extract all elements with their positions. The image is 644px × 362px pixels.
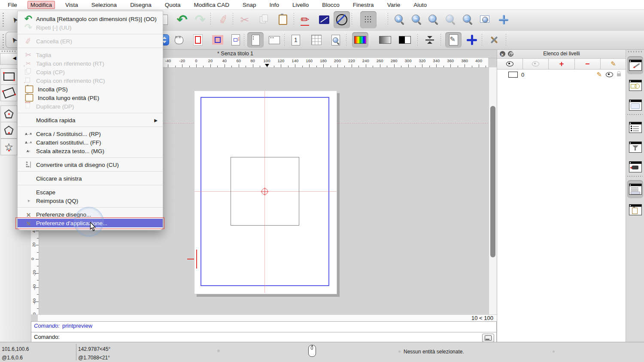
- layer-row[interactable]: 0 ✎: [497, 69, 626, 80]
- layer-visibility-icon[interactable]: [606, 72, 613, 77]
- zoom-selection-button[interactable]: [443, 11, 459, 28]
- hide-all-layers-button[interactable]: [523, 59, 549, 69]
- toolbar-drag-handle[interactable]: [3, 34, 4, 48]
- dock-toggle-shapes-widget[interactable]: [627, 76, 643, 94]
- zoom-window-button[interactable]: [477, 11, 494, 28]
- menubar-item-seleziona[interactable]: Seleziona: [89, 1, 119, 9]
- layer-edit-icon[interactable]: ✎: [596, 71, 602, 78]
- layer-lock-icon[interactable]: [617, 73, 621, 76]
- pan-page-button[interactable]: [171, 32, 187, 48]
- zoom-pan-button[interactable]: [495, 11, 512, 28]
- menu-item-taglia[interactable]: Taglia: [18, 51, 163, 59]
- page-setup-button[interactable]: [445, 32, 462, 48]
- redo-button[interactable]: [192, 11, 208, 28]
- dock-toggle-library-widget[interactable]: [627, 96, 643, 114]
- delete-button[interactable]: [216, 11, 232, 28]
- add-layer-button[interactable]: +: [549, 59, 574, 69]
- menubar-item-quota[interactable]: Quota: [162, 1, 183, 9]
- menu-item-copia-riferimento[interactable]: Copia con riferimento (RC): [18, 76, 163, 85]
- menubar-item-file[interactable]: File: [5, 1, 20, 9]
- menubar-item-snap[interactable]: Snap: [240, 1, 259, 9]
- float-panel-button[interactable]: [508, 51, 513, 57]
- fit-page-button[interactable]: [228, 32, 244, 48]
- menubar-item-modifica-cad[interactable]: Modifica CAD: [191, 1, 232, 9]
- edit-layer-button[interactable]: ✎: [601, 59, 626, 69]
- blackwhite-mode-button[interactable]: [397, 32, 413, 48]
- zoom-auto-button[interactable]: [425, 11, 442, 28]
- vertical-scrollbar[interactable]: [489, 67, 497, 314]
- star-tool-button[interactable]: [0, 139, 17, 155]
- dock-toggle-block-list-widget[interactable]: [627, 118, 643, 136]
- menu-item-taglia-riferimento[interactable]: Taglia con riferimento (RT): [18, 59, 163, 68]
- dock-toggle-insert-widget[interactable]: [627, 158, 643, 176]
- dock-drag-handle[interactable]: [2, 51, 16, 52]
- toolbar-drag-handle[interactable]: [3, 13, 4, 27]
- single-page-button[interactable]: [288, 32, 304, 48]
- menubar-item-finestra[interactable]: Finestra: [350, 1, 377, 9]
- menu-item-modifica-rapida[interactable]: Modifica rapida: [18, 116, 163, 124]
- menu-item-caratteri-sostitutivi[interactable]: A→ACaratteri sostitutivi... (FF): [18, 138, 163, 147]
- dock-toggle-clipboard-widget[interactable]: [627, 201, 643, 219]
- dock-drag-handle[interactable]: [628, 51, 642, 52]
- fit-height-button[interactable]: [422, 32, 438, 48]
- dock-toggle-pen-widget[interactable]: [627, 56, 643, 74]
- color-mode-button[interactable]: [352, 32, 368, 48]
- options-button[interactable]: [486, 32, 502, 48]
- dock-toggle-command-widget[interactable]: [627, 180, 643, 198]
- circle-tool-button[interactable]: [334, 11, 350, 28]
- rectangle-tool-button[interactable]: [0, 68, 17, 85]
- snap-grid-button[interactable]: [360, 11, 377, 28]
- menu-item-reimposta[interactable]: Reimposta (QQ): [18, 196, 163, 205]
- menubar-item-livello[interactable]: Livello: [290, 1, 311, 9]
- landscape-button[interactable]: [266, 32, 283, 48]
- menubar-item-modifica[interactable]: Modifica: [28, 1, 55, 9]
- menubar-item-vista[interactable]: Vista: [63, 1, 81, 9]
- remove-layer-button[interactable]: −: [575, 59, 601, 69]
- menu-item-preferenze-disegno[interactable]: Preferenze disegno...: [18, 210, 163, 219]
- polygon-vertex-tool-button[interactable]: [0, 122, 17, 139]
- menu-item-cancella[interactable]: Cancella (ER): [18, 37, 163, 45]
- menu-item-ripeti[interactable]: Ripeti [-] (UU): [18, 23, 163, 32]
- menubar-item-info[interactable]: Info: [267, 1, 282, 9]
- paste-button[interactable]: [275, 11, 291, 28]
- menubar-item-aiuto[interactable]: Aiuto: [411, 1, 429, 9]
- zoom-in-button[interactable]: [392, 11, 408, 28]
- menubar-item-varie[interactable]: Varie: [385, 1, 403, 9]
- menu-item-incolla-lungo-entita[interactable]: Incolla lungo entità (PE): [18, 94, 163, 102]
- close-panel-button[interactable]: [500, 51, 505, 57]
- pen-tool-button[interactable]: [297, 11, 313, 28]
- menu-item-escape[interactable]: Escape: [18, 188, 163, 196]
- menu-item-incolla[interactable]: Incolla (PS): [18, 85, 163, 94]
- menu-item-duplicare[interactable]: Duplicare (DP): [18, 102, 163, 111]
- copy-button[interactable]: [256, 11, 272, 28]
- show-all-layers-button[interactable]: [497, 59, 523, 69]
- cut-button[interactable]: [237, 11, 253, 28]
- print-border-button[interactable]: [190, 32, 206, 48]
- menubar-item-blocco[interactable]: Blocco: [319, 1, 342, 9]
- portrait-button[interactable]: [247, 32, 264, 48]
- menu-item-cliccare-a-sinistra[interactable]: Cliccare a sinistra: [18, 174, 163, 183]
- print-area-button[interactable]: [210, 32, 226, 48]
- grayscale-mode-button[interactable]: [377, 32, 393, 48]
- rotated-rectangle-tool-button[interactable]: [0, 84, 17, 101]
- menubar-item-disegna[interactable]: Disegna: [128, 1, 154, 9]
- vertical-scrollbar-thumb[interactable]: [490, 106, 495, 257]
- undo-button[interactable]: [174, 11, 190, 28]
- menu-item-preferenze-applicazione[interactable]: Preferenze d'applicazione...: [18, 219, 163, 227]
- menu-item-convertire-unita[interactable]: inmmmConvertire unita di disegno (CU): [18, 160, 163, 169]
- zoom-out-button[interactable]: [409, 11, 425, 28]
- line-tool-button[interactable]: [316, 11, 332, 28]
- polygon-center-tool-button[interactable]: [0, 106, 17, 122]
- center-page-button[interactable]: [464, 32, 480, 48]
- keyboard-focus-button[interactable]: [482, 334, 494, 342]
- menu-item-cerca-sostituisci[interactable]: A→BCerca / Sostituisci... (RP): [18, 130, 163, 138]
- collapse-toolbar-button[interactable]: [0, 53, 18, 65]
- menu-item-annulla[interactable]: Annulla [Rettangolo con dimensioni (RS)]…: [18, 15, 163, 23]
- zoom-page-button[interactable]: [328, 32, 344, 48]
- zoom-previous-button[interactable]: [460, 11, 476, 28]
- menu-item-scala-altezza-testo[interactable]: A↕Scala altezza testo... (MG): [18, 147, 163, 155]
- tiled-pages-button[interactable]: [308, 32, 325, 48]
- dock-toggle-filter-widget[interactable]: [627, 138, 643, 156]
- ruler-label: -20: [32, 270, 36, 276]
- menu-item-copia[interactable]: Copia (CP): [18, 68, 163, 76]
